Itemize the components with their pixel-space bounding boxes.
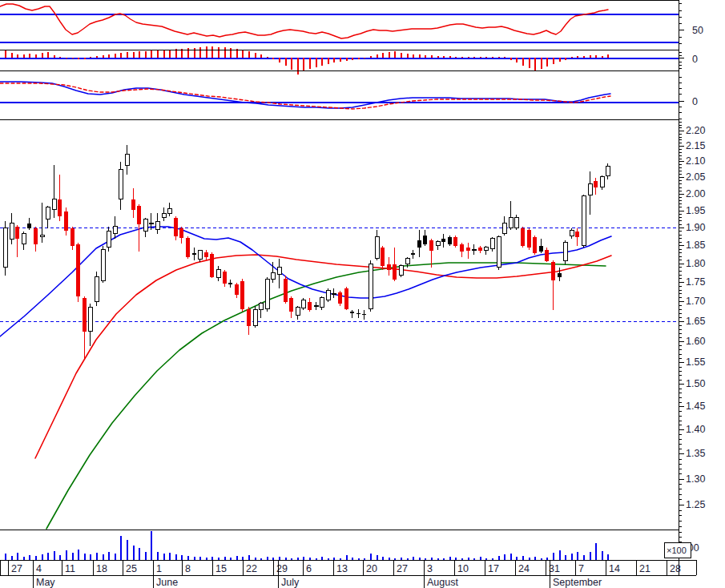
candle-body-up: [472, 250, 476, 251]
candle-body-up: [588, 184, 592, 195]
candle-body-up: [113, 227, 117, 234]
price-scale-label: 1.95: [686, 205, 705, 216]
price-scale-label: 2.00: [686, 188, 705, 199]
candle-body-down: [289, 298, 293, 312]
candle-body-up: [46, 207, 50, 219]
candle-body-black: [417, 240, 421, 248]
candle-body-down: [174, 218, 178, 236]
candle-body-down: [387, 264, 391, 270]
week-label: 11: [65, 563, 75, 574]
ma-red-75: [35, 255, 611, 458]
candle-body-up: [40, 236, 44, 237]
price-scale-label: 2.20: [686, 125, 705, 136]
candle-body-down: [453, 237, 457, 246]
week-label: 3: [427, 563, 433, 574]
month-label: August: [427, 577, 458, 588]
macd-line: [0, 82, 610, 108]
candle-body-up: [296, 308, 300, 316]
candle-body-down: [70, 228, 75, 246]
candle-body-up: [95, 277, 99, 302]
candle-body-up: [606, 167, 610, 176]
rsi-scale-label: 50: [692, 25, 703, 36]
candle-body-down: [381, 248, 385, 266]
candle-body-up: [149, 224, 153, 224]
candle-body-down: [204, 252, 208, 257]
volume-multiplier-label: ×100: [667, 546, 687, 555]
candle-body-black: [362, 314, 366, 315]
candle-body-black: [448, 237, 452, 244]
candle-body-down: [338, 292, 342, 304]
candle-body-up: [277, 268, 281, 275]
candle-body-down: [64, 211, 68, 231]
price-scale-label: 1.30: [686, 473, 705, 485]
candle-body-down: [247, 309, 251, 326]
week-label: 17: [488, 563, 499, 574]
candle-body-up: [107, 232, 111, 248]
week-label: 28: [670, 563, 681, 574]
candle-body-black: [539, 246, 543, 252]
price-scale-label: 2.15: [686, 140, 705, 151]
week-label: 14: [609, 563, 620, 574]
candle-body-up: [502, 224, 506, 234]
candle-body-down: [235, 284, 239, 295]
price-scale-label: 1.90: [686, 222, 705, 233]
week-label: 10: [457, 563, 469, 574]
candle-body-down: [521, 228, 525, 246]
macd-signal-line: [0, 83, 610, 109]
week-label: 31: [549, 563, 560, 574]
candle-body-down: [594, 181, 598, 187]
candle-body-up: [253, 310, 257, 326]
candle-body-up: [314, 306, 318, 307]
candle-body-up: [155, 222, 159, 230]
week-label: 1: [156, 563, 162, 574]
candle-body-down: [466, 248, 470, 251]
candle-body-up: [582, 196, 586, 246]
macd-scale-label: 0: [692, 96, 698, 107]
week-label: 15: [215, 563, 227, 574]
month-label: September: [553, 577, 602, 588]
candle-body-up: [484, 248, 488, 251]
week-label: 18: [96, 563, 107, 574]
candle-body-up: [563, 243, 567, 261]
price-scale-label: 1.60: [686, 336, 705, 347]
week-label: 22: [246, 563, 257, 574]
price-scale-label: 1.45: [686, 401, 705, 412]
week-label: 27: [11, 563, 22, 574]
month-label: June: [156, 577, 178, 588]
price-scale-label: 1.75: [686, 276, 705, 288]
candle-body-down: [284, 279, 288, 302]
week-label: 4: [36, 563, 42, 574]
candle-body-up: [490, 239, 494, 249]
candle-body-up: [52, 199, 56, 210]
price-scale-label: 1.55: [686, 356, 705, 368]
candle-body-up: [326, 291, 330, 300]
week-label: 27: [397, 563, 408, 574]
candle-body-black: [423, 236, 427, 244]
candle-body-up: [119, 170, 123, 199]
candle-body-up: [514, 218, 518, 228]
price-scale-label: 1.40: [686, 424, 705, 435]
week-label: 25: [126, 563, 137, 574]
month-label: July: [281, 577, 300, 588]
candle-body-up: [399, 266, 403, 276]
price-scale-label: 2.10: [686, 155, 705, 167]
candle-body-up: [436, 242, 440, 246]
candle-body-down: [344, 288, 348, 309]
candle-body-down: [210, 254, 214, 277]
price-scale-label: 2.05: [686, 171, 705, 183]
week-label: 7: [578, 563, 584, 574]
candle-body-up: [22, 234, 26, 244]
candle-body-down: [76, 244, 80, 296]
week-label: 8: [185, 563, 191, 574]
candle-body-up: [271, 273, 275, 280]
candle-body-down: [83, 298, 87, 332]
candle-body-up: [332, 294, 336, 295]
week-label: 21: [639, 563, 650, 574]
price-scale-label: 1.85: [686, 240, 705, 251]
price-scale-label: 1.80: [686, 258, 705, 269]
candle-body-down: [58, 199, 62, 216]
candle-body-black: [411, 253, 415, 255]
candle-body-up: [259, 304, 263, 310]
stock-chart-window: 2.202.152.102.052.001.951.901.851.801.75…: [0, 0, 725, 588]
rsi-line: [0, 4, 608, 38]
